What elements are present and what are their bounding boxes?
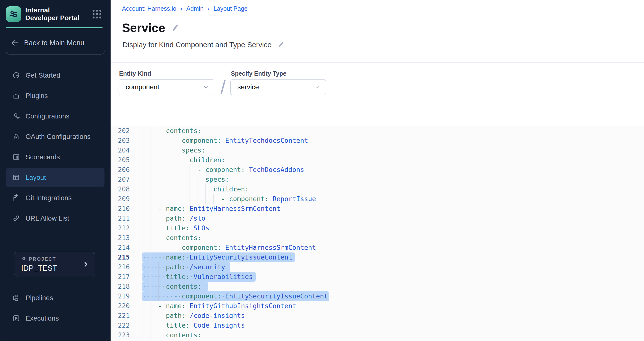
section-divider <box>6 51 104 55</box>
sidebar-item-executions[interactable]: Executions <box>6 309 104 328</box>
sidebar-item-url-allow-list[interactable]: URL Allow List <box>6 209 104 228</box>
link-icon <box>12 214 20 222</box>
chevron-down-icon <box>203 84 209 90</box>
code-line[interactable]: 207specs: <box>110 175 644 184</box>
main-content: Account: Harness.io › Admin › Layout Pag… <box>110 0 644 341</box>
line-number: 218 <box>110 282 134 291</box>
back-arrow-icon <box>10 39 19 47</box>
code-lines: 202contents:203- component: EntityTechdo… <box>110 126 644 340</box>
sidebar-item-label: Scorecards <box>26 153 60 161</box>
sidebar-bottom-divider <box>6 340 104 340</box>
line-number: 219 <box>110 291 134 301</box>
sidebar-item-layout[interactable]: Layout <box>6 168 104 187</box>
line-number: 202 <box>110 126 134 136</box>
code-line[interactable]: 216······path:·/security <box>110 262 644 272</box>
line-number: 217 <box>110 272 134 282</box>
sidebar-nav: Get Started Plugins Configurations <box>0 66 110 228</box>
sidebar-bottom-nav: Pipelines Executions <box>0 288 110 328</box>
line-number: 222 <box>110 320 134 330</box>
code-line[interactable]: 211path: /slo <box>110 214 644 223</box>
line-number: 210 <box>110 204 134 214</box>
line-number: 207 <box>110 175 134 184</box>
code-line[interactable]: 212title: SLOs <box>110 223 644 233</box>
breadcrumb-account-link[interactable]: Account: Harness.io <box>122 5 176 12</box>
code-line[interactable]: 214- component: EntityHarnessSrmContent <box>110 243 644 252</box>
sidebar-item-git-integrations[interactable]: Git Integrations <box>6 188 104 207</box>
breadcrumb-separator-icon: › <box>180 5 182 13</box>
sidebar-item-oauth-configurations[interactable]: OAuth Configurations <box>6 127 104 146</box>
kind-type-separator: / <box>216 78 230 96</box>
code-line[interactable]: 213contents: <box>110 233 644 243</box>
yaml-editor[interactable]: 202contents:203- component: EntityTechdo… <box>110 126 644 341</box>
sidebar-item-label: Configurations <box>26 112 70 120</box>
sidebar-item-scorecards[interactable]: Scorecards <box>6 147 104 167</box>
get-started-icon <box>12 71 20 79</box>
code-line[interactable]: 205children: <box>110 155 644 165</box>
back-to-main-menu-button[interactable]: Back to Main Menu <box>6 39 104 47</box>
configurations-icon <box>12 112 20 120</box>
code-line[interactable]: 219········-·component:·EntitySecurityIs… <box>110 291 644 301</box>
code-line[interactable]: 206- component: TechDocsAddons <box>110 165 644 175</box>
breadcrumb-layout-page-link[interactable]: Layout Page <box>214 5 248 12</box>
sidebar-divider <box>6 237 104 237</box>
code-line[interactable]: 220- name: EntityGithubInsightsContent <box>110 301 644 311</box>
line-number: 223 <box>110 330 134 340</box>
back-label: Back to Main Menu <box>24 39 84 47</box>
code-line[interactable]: 204specs: <box>110 145 644 155</box>
line-number: 208 <box>110 184 134 194</box>
code-line[interactable]: 210- name: EntityHarnessSrmContent <box>110 204 644 214</box>
app-logo-icon[interactable] <box>6 6 22 22</box>
git-integrations-icon <box>12 194 20 202</box>
line-number: 220 <box>110 301 134 311</box>
code-line[interactable]: 215····-·name:·EntitySecurityIssueConten… <box>110 252 644 262</box>
entity-kind-dropdown[interactable]: component <box>118 79 214 95</box>
section-divider <box>110 104 644 104</box>
breadcrumb: Account: Harness.io › Admin › Layout Pag… <box>122 5 248 13</box>
code-line[interactable]: 223contents: <box>110 330 644 340</box>
project-label: PROJECT <box>29 256 56 262</box>
breadcrumb-admin-link[interactable]: Admin <box>186 5 204 12</box>
line-number: 215 <box>110 252 134 262</box>
edit-subtitle-button[interactable] <box>278 42 284 48</box>
active-indent-guide <box>158 262 158 301</box>
layers-icon <box>21 256 26 262</box>
sidebar-item-label: Pipelines <box>26 294 53 302</box>
sidebar-item-pipelines[interactable]: Pipelines <box>6 288 104 307</box>
accent-rule <box>6 27 102 28</box>
code-line[interactable]: 221path: /code-insights <box>110 311 644 320</box>
code-line[interactable]: 202contents: <box>110 126 644 136</box>
line-number: 214 <box>110 243 134 252</box>
line-number: 204 <box>110 145 134 155</box>
app-title: Internal Developer Portal <box>25 6 84 22</box>
sidebar-item-label: Plugins <box>26 92 48 100</box>
line-number: 211 <box>110 214 134 223</box>
section-divider <box>110 62 644 63</box>
project-selector[interactable]: PROJECT IDP_TEST <box>14 252 95 277</box>
line-number: 206 <box>110 165 134 175</box>
entity-kind-value: component <box>126 83 160 91</box>
sidebar-item-configurations[interactable]: Configurations <box>6 107 104 126</box>
code-line[interactable]: 217······title:·Vulnerabilities <box>110 272 644 282</box>
sidebar-item-plugins[interactable]: Plugins <box>6 86 104 105</box>
executions-icon <box>12 314 20 322</box>
sidebar-item-label: Executions <box>26 314 59 322</box>
entity-type-value: service <box>238 83 259 91</box>
code-line[interactable]: 218······contents: <box>110 282 644 291</box>
entity-type-dropdown[interactable]: service <box>230 79 326 95</box>
pipelines-icon <box>12 294 20 302</box>
chevron-right-icon <box>83 261 89 267</box>
apps-grid-icon[interactable] <box>92 10 101 19</box>
layout-icon <box>12 173 20 181</box>
breadcrumb-separator-icon: › <box>208 5 210 13</box>
line-number: 205 <box>110 155 134 165</box>
code-line[interactable]: 209- component: ReportIssue <box>110 194 644 204</box>
sidebar-item-get-started[interactable]: Get Started <box>6 66 104 85</box>
sidebar: Internal Developer Portal Back to Main M… <box>0 0 110 341</box>
edit-title-button[interactable] <box>172 24 179 32</box>
line-number: 213 <box>110 233 134 243</box>
line-number: 216 <box>110 262 134 272</box>
code-line[interactable]: 222title: Code Insights <box>110 320 644 330</box>
code-line[interactable]: 208children: <box>110 184 644 194</box>
line-number: 221 <box>110 311 134 320</box>
code-line[interactable]: 203- component: EntityTechdocsContent <box>110 136 644 145</box>
